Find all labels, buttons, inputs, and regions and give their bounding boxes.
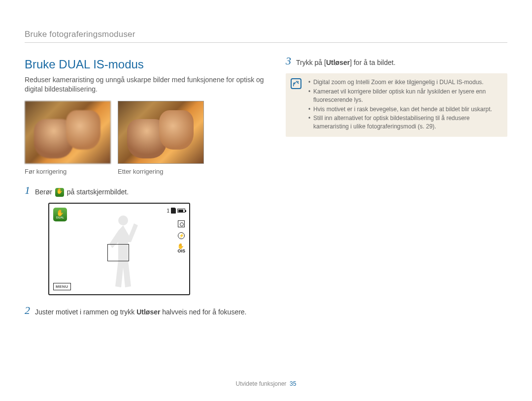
section-title: Bruke DUAL IS-modus <box>25 58 266 71</box>
intro-text: Reduser kameraristing og unngå uskarpe b… <box>25 75 266 94</box>
menu-button: MENU <box>53 283 71 290</box>
focus-rectangle <box>107 244 129 261</box>
note-icon <box>291 78 301 89</box>
step1-pre: Berør <box>35 188 52 196</box>
note-item: Digital zoom og Intelli Zoom er ikke til… <box>308 78 501 87</box>
step2-pre: Juster motivet i rammen og trykk <box>35 308 136 316</box>
step3-post: ] for å ta bildet. <box>350 59 396 66</box>
note-list: Digital zoom og Intelli Zoom er ikke til… <box>308 78 501 131</box>
photo-before <box>25 101 111 164</box>
footer-section: Utvidete funksjoner <box>236 380 287 387</box>
note-item: Still inn alternativet for optisk bildes… <box>308 114 501 131</box>
breadcrumb: Bruke fotograferingsmoduser <box>25 30 507 43</box>
camera-screen: DUAL 1 ⚡ OIS MENU <box>48 203 190 295</box>
step-3: 3 Trykk på [Utløser] for å ta bildet. <box>286 58 507 67</box>
step3-pre: Trykk på [ <box>296 59 326 66</box>
step2-mid: halvveis ned for å fokusere. <box>160 308 246 316</box>
step-2: 2 Juster motivet i rammen og trykk Utløs… <box>25 307 266 317</box>
svg-point-0 <box>118 216 128 225</box>
step2-bold: Utløser <box>136 308 160 316</box>
step3-bold: Utløser <box>326 59 350 66</box>
photo-after <box>118 101 204 164</box>
photo-size-icon <box>178 220 185 227</box>
sd-card-icon <box>171 208 176 214</box>
step-number: 3 <box>286 56 291 66</box>
page-footer: Utvidete funksjoner 35 <box>0 380 532 387</box>
step1-post: på startskjermbildet. <box>67 188 129 196</box>
ois-icon: OIS <box>177 244 185 253</box>
note-item: Kameraet vil korrigere bilder optisk kun… <box>308 88 501 104</box>
image-row <box>25 101 266 164</box>
left-column: Bruke DUAL IS-modus Reduser kameraristin… <box>25 58 266 323</box>
step-number: 1 <box>25 185 30 196</box>
right-column: 3 Trykk på [Utløser] for å ta bildet. Di… <box>286 58 507 323</box>
caption-after: Etter korrigering <box>118 166 204 175</box>
dual-is-icon <box>55 188 64 197</box>
battery-icon <box>177 209 185 213</box>
note-item: Hvis motivet er i rask bevegelse, kan de… <box>308 105 501 114</box>
flash-icon: ⚡ <box>178 232 185 239</box>
screen-status-bar: 1 <box>166 208 185 214</box>
caption-before: Før korrigering <box>25 166 111 175</box>
footer-page: 35 <box>290 380 296 387</box>
dual-mode-icon: DUAL <box>53 208 67 221</box>
shots-remaining: 1 <box>166 208 169 214</box>
step-number: 2 <box>25 305 30 316</box>
step-1: 1 Berør på startskjermbildet. <box>25 187 266 197</box>
note-box: Digital zoom og Intelli Zoom er ikke til… <box>286 73 507 137</box>
